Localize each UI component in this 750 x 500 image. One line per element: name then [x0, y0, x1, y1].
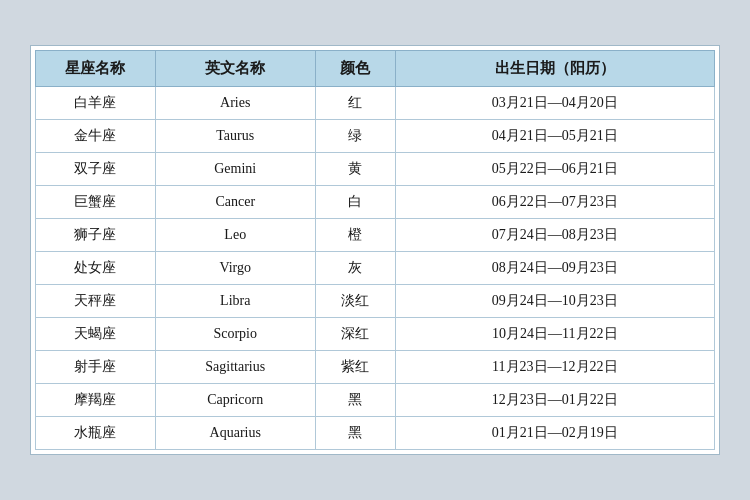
cell-date: 11月23日—12月22日	[395, 351, 714, 384]
cell-english: Taurus	[155, 120, 315, 153]
table-row: 巨蟹座Cancer白06月22日—07月23日	[36, 186, 715, 219]
cell-color: 橙	[315, 219, 395, 252]
table-header-row: 星座名称 英文名称 颜色 出生日期（阳历）	[36, 51, 715, 87]
table-row: 处女座Virgo灰08月24日—09月23日	[36, 252, 715, 285]
cell-english: Scorpio	[155, 318, 315, 351]
cell-date: 06月22日—07月23日	[395, 186, 714, 219]
cell-chinese: 白羊座	[36, 87, 156, 120]
cell-english: Libra	[155, 285, 315, 318]
cell-chinese: 双子座	[36, 153, 156, 186]
cell-color: 绿	[315, 120, 395, 153]
header-chinese: 星座名称	[36, 51, 156, 87]
table-row: 射手座Sagittarius紫红11月23日—12月22日	[36, 351, 715, 384]
cell-date: 04月21日—05月21日	[395, 120, 714, 153]
table-row: 天蝎座Scorpio深红10月24日—11月22日	[36, 318, 715, 351]
cell-chinese: 射手座	[36, 351, 156, 384]
cell-color: 灰	[315, 252, 395, 285]
table-row: 摩羯座Capricorn黑12月23日—01月22日	[36, 384, 715, 417]
table-row: 金牛座Taurus绿04月21日—05月21日	[36, 120, 715, 153]
cell-chinese: 金牛座	[36, 120, 156, 153]
zodiac-table-container: 星座名称 英文名称 颜色 出生日期（阳历） 白羊座Aries红03月21日—04…	[30, 45, 720, 455]
cell-english: Capricorn	[155, 384, 315, 417]
cell-english: Sagittarius	[155, 351, 315, 384]
table-row: 天秤座Libra淡红09月24日—10月23日	[36, 285, 715, 318]
cell-chinese: 处女座	[36, 252, 156, 285]
cell-chinese: 天秤座	[36, 285, 156, 318]
cell-color: 深红	[315, 318, 395, 351]
cell-date: 03月21日—04月20日	[395, 87, 714, 120]
cell-chinese: 摩羯座	[36, 384, 156, 417]
table-row: 白羊座Aries红03月21日—04月20日	[36, 87, 715, 120]
cell-date: 08月24日—09月23日	[395, 252, 714, 285]
cell-english: Leo	[155, 219, 315, 252]
cell-color: 黑	[315, 384, 395, 417]
table-row: 水瓶座Aquarius黑01月21日—02月19日	[36, 417, 715, 450]
cell-date: 12月23日—01月22日	[395, 384, 714, 417]
cell-color: 红	[315, 87, 395, 120]
cell-chinese: 天蝎座	[36, 318, 156, 351]
cell-color: 黑	[315, 417, 395, 450]
cell-english: Cancer	[155, 186, 315, 219]
cell-english: Virgo	[155, 252, 315, 285]
cell-date: 09月24日—10月23日	[395, 285, 714, 318]
header-english: 英文名称	[155, 51, 315, 87]
cell-chinese: 水瓶座	[36, 417, 156, 450]
cell-date: 01月21日—02月19日	[395, 417, 714, 450]
zodiac-table: 星座名称 英文名称 颜色 出生日期（阳历） 白羊座Aries红03月21日—04…	[35, 50, 715, 450]
cell-chinese: 狮子座	[36, 219, 156, 252]
cell-english: Gemini	[155, 153, 315, 186]
header-color: 颜色	[315, 51, 395, 87]
cell-english: Aquarius	[155, 417, 315, 450]
cell-date: 10月24日—11月22日	[395, 318, 714, 351]
cell-chinese: 巨蟹座	[36, 186, 156, 219]
header-date: 出生日期（阳历）	[395, 51, 714, 87]
cell-color: 白	[315, 186, 395, 219]
table-row: 双子座Gemini黄05月22日—06月21日	[36, 153, 715, 186]
table-row: 狮子座Leo橙07月24日—08月23日	[36, 219, 715, 252]
cell-color: 淡红	[315, 285, 395, 318]
cell-english: Aries	[155, 87, 315, 120]
cell-date: 05月22日—06月21日	[395, 153, 714, 186]
cell-color: 黄	[315, 153, 395, 186]
cell-date: 07月24日—08月23日	[395, 219, 714, 252]
cell-color: 紫红	[315, 351, 395, 384]
